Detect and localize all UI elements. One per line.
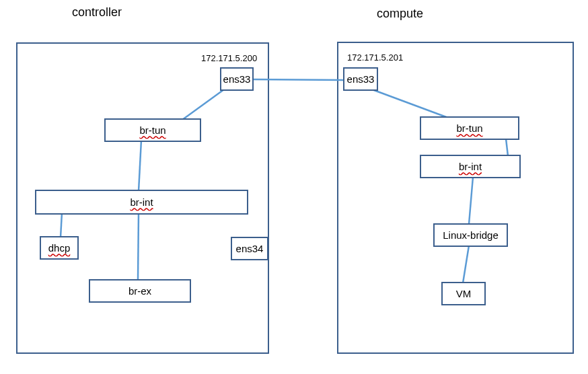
controller-ens33-label: ens33: [223, 73, 251, 85]
controller-ens33-ip: 172.171.5.200: [201, 53, 257, 63]
compute-ens33-label: ens33: [347, 73, 375, 85]
compute-linux-bridge-label: Linux-bridge: [443, 229, 499, 241]
compute-ens33: ens33: [343, 67, 378, 91]
controller-br-int: br-int: [35, 190, 248, 215]
controller-br-ex: br-ex: [89, 279, 191, 303]
compute-ens33-ip: 172.171.5.201: [347, 52, 403, 63]
controller-dhcp-label: dhcp: [48, 242, 71, 254]
controller-dhcp: dhcp: [40, 236, 79, 260]
controller-ens34-label: ens34: [236, 243, 264, 254]
compute-br-int-label: br-int: [459, 161, 482, 172]
compute-br-tun-label: br-tun: [456, 122, 482, 134]
compute-title: compute: [377, 7, 423, 21]
controller-title: controller: [72, 5, 122, 20]
compute-br-tun: br-tun: [420, 116, 519, 140]
compute-linux-bridge: Linux-bridge: [433, 223, 508, 247]
controller-br-ex-label: br-ex: [128, 285, 151, 297]
controller-ens33: ens33: [220, 67, 254, 91]
compute-vm: VM: [441, 282, 486, 305]
controller-br-int-label: br-int: [130, 196, 153, 208]
compute-vm-label: VM: [456, 288, 472, 299]
controller-br-tun-label: br-tun: [139, 124, 166, 136]
controller-br-tun: br-tun: [104, 118, 201, 142]
compute-br-int: br-int: [420, 155, 521, 178]
controller-ens34: ens34: [231, 237, 268, 260]
